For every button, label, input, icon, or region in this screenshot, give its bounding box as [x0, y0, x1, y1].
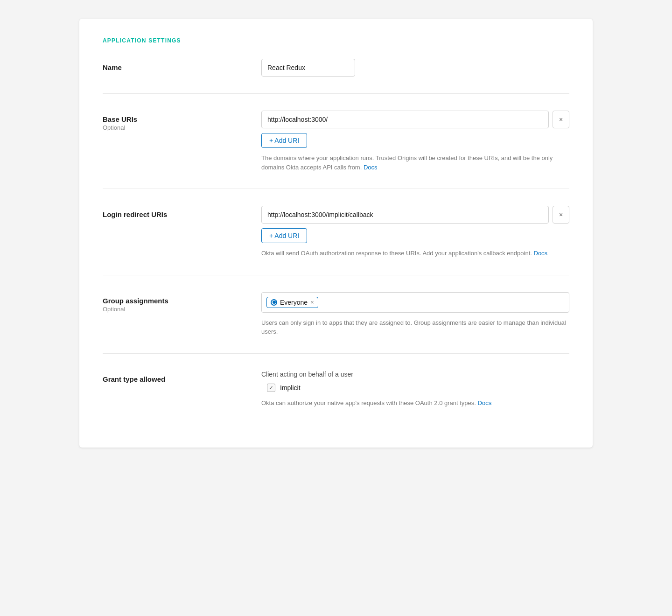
settings-card: APPLICATION SETTINGS Name Base URIs Opti… [79, 19, 593, 448]
grant-type-label: Grant type allowed [103, 375, 261, 383]
base-uris-docs-link[interactable]: Docs [364, 164, 378, 171]
grant-type-help-text: Okta can authorize your native app's req… [261, 399, 569, 408]
everyone-tag-close-button[interactable]: × [310, 299, 314, 305]
name-label-col: Name [103, 59, 261, 71]
login-redirect-uris-input[interactable] [261, 206, 549, 224]
grant-type-label-col: Grant type allowed [103, 371, 261, 383]
base-uris-input-row: × [261, 111, 569, 128]
login-redirect-uris-label: Login redirect URIs [103, 210, 261, 218]
everyone-tag-radio-inner [273, 301, 276, 304]
base-uris-label-col: Base URIs Optional [103, 111, 261, 131]
group-assignments-tag-container[interactable]: Everyone × [261, 292, 569, 313]
implicit-checkbox-row: ✓ Implicit [267, 384, 569, 392]
login-redirect-uris-help-text: Okta will send OAuth authorization respo… [261, 249, 569, 258]
divider-4 [103, 353, 569, 354]
name-input[interactable] [261, 59, 355, 77]
group-assignments-field-row: Group assignments Optional Everyone × Us… [103, 292, 569, 336]
login-redirect-uris-clear-button[interactable]: × [553, 206, 569, 224]
grant-type-field-row: Grant type allowed Client acting on beha… [103, 371, 569, 408]
implicit-label: Implicit [280, 384, 301, 392]
base-uris-input[interactable] [261, 111, 549, 128]
login-redirect-uris-label-col: Login redirect URIs [103, 206, 261, 218]
implicit-checkbox[interactable]: ✓ [267, 384, 275, 392]
login-redirect-uris-input-row: × [261, 206, 569, 224]
everyone-tag-label: Everyone [280, 299, 308, 306]
group-assignments-tag-everyone: Everyone × [266, 297, 318, 308]
group-assignments-label: Group assignments [103, 297, 261, 305]
name-field-row: Name [103, 59, 569, 77]
group-assignments-label-col: Group assignments Optional [103, 292, 261, 313]
implicit-check-icon: ✓ [269, 385, 273, 391]
group-assignments-sublabel: Optional [103, 306, 261, 313]
divider-3 [103, 275, 569, 275]
everyone-tag-radio [271, 299, 277, 306]
login-redirect-uris-add-label: + Add URI [269, 232, 299, 239]
base-uris-add-label: + Add URI [269, 137, 299, 144]
login-redirect-uris-docs-link[interactable]: Docs [534, 250, 548, 257]
group-assignments-control-col: Everyone × Users can only sign in to app… [261, 292, 569, 336]
base-uris-help-text: The domains where your application runs.… [261, 154, 569, 172]
base-uris-clear-button[interactable]: × [553, 111, 569, 128]
login-redirect-uris-clear-icon: × [559, 211, 563, 218]
divider-1 [103, 93, 569, 94]
login-redirect-uris-add-button[interactable]: + Add URI [261, 228, 307, 243]
base-uris-label: Base URIs [103, 115, 261, 123]
grant-type-section-label: Client acting on behalf of a user [261, 371, 569, 378]
name-control-col [261, 59, 569, 77]
section-title: APPLICATION SETTINGS [103, 37, 569, 44]
login-redirect-uris-field-row: Login redirect URIs × + Add URI Okta wil… [103, 206, 569, 258]
login-redirect-uris-control-col: × + Add URI Okta will send OAuth authori… [261, 206, 569, 258]
base-uris-control-col: × + Add URI The domains where your appli… [261, 111, 569, 172]
base-uris-clear-icon: × [559, 116, 563, 123]
base-uris-add-button[interactable]: + Add URI [261, 133, 307, 148]
group-assignments-help-text: Users can only sign in to apps that they… [261, 318, 569, 336]
divider-2 [103, 189, 569, 189]
grant-type-docs-link[interactable]: Docs [478, 399, 492, 406]
base-uris-sublabel: Optional [103, 124, 261, 131]
base-uris-field-row: Base URIs Optional × + Add URI The domai… [103, 111, 569, 172]
name-label: Name [103, 63, 261, 71]
grant-type-control-col: Client acting on behalf of a user ✓ Impl… [261, 371, 569, 408]
